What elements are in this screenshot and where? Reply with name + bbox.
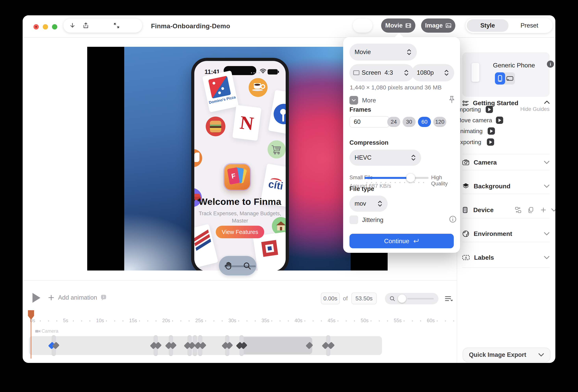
view-features-button[interactable]: View Features xyxy=(216,226,264,238)
ruler-dot xyxy=(205,320,206,321)
pin-icon[interactable] xyxy=(448,96,455,103)
track-list-icon[interactable] xyxy=(445,295,453,302)
zoom-magnifier-icon[interactable] xyxy=(243,262,251,270)
continue-button[interactable]: Continue xyxy=(349,234,454,248)
ruler-tick-55s: 55s xyxy=(394,318,402,323)
duplicate-icon[interactable] xyxy=(528,207,534,213)
chevron-down-icon[interactable] xyxy=(544,184,550,188)
chevron-down-icon[interactable] xyxy=(544,232,550,236)
preset-tab-label: Preset xyxy=(521,22,538,29)
image-export-button[interactable]: Image xyxy=(421,18,455,33)
ruler-tick-30s: 30s xyxy=(228,318,236,323)
timeline-divider xyxy=(23,280,457,280)
ruler-dot xyxy=(445,320,446,321)
section-label: Background xyxy=(474,183,510,190)
device-summary-card: Generic Phone i xyxy=(462,52,550,97)
section-divider xyxy=(462,194,550,194)
tab-preset[interactable]: Preset xyxy=(509,19,550,32)
landscape-toggle[interactable] xyxy=(506,75,514,82)
ruler-tick-20s: 20s xyxy=(162,318,170,323)
timeline-zoom-slider[interactable] xyxy=(385,293,438,304)
device-info-badge[interactable]: i xyxy=(547,61,554,68)
ruler-tick-35s: 35s xyxy=(261,318,269,323)
aspect-value: 4:3 xyxy=(385,69,393,76)
more-label: More xyxy=(362,97,376,104)
titlebar-tool-group xyxy=(63,18,142,33)
format-select[interactable]: Movie xyxy=(349,44,417,61)
frame-option-24[interactable]: 24 xyxy=(387,117,400,127)
resolution-select[interactable]: 1080p xyxy=(412,64,454,81)
phone-mockup[interactable]: 11:41 Domino's Pizza xyxy=(191,58,289,271)
frame-option-120[interactable]: 120 xyxy=(433,117,446,127)
add-device-icon[interactable] xyxy=(540,207,547,213)
cart-icon xyxy=(268,140,286,158)
frame-option-30[interactable]: 30 xyxy=(403,117,416,127)
orientation-toggle xyxy=(495,72,515,84)
toolbar-spare-button[interactable] xyxy=(353,18,373,33)
portrait-toggle[interactable] xyxy=(495,72,505,84)
quick-image-export-button[interactable]: Quick Image Export xyxy=(463,348,550,362)
zoom-button[interactable] xyxy=(52,24,57,30)
sidebar-section-device[interactable]: Device xyxy=(462,206,550,214)
chevron-down-icon[interactable] xyxy=(544,256,550,260)
expand-icon[interactable] xyxy=(112,21,121,30)
close-button[interactable] xyxy=(34,24,39,30)
animation-clip[interactable] xyxy=(240,337,312,354)
add-animation-button[interactable]: Add animation i xyxy=(48,294,106,301)
compression-label: Compression xyxy=(349,139,388,146)
ruler-dot xyxy=(114,320,115,321)
guide-video-play-button[interactable] xyxy=(488,127,495,135)
chevron-down-icon[interactable] xyxy=(544,160,550,164)
3d-canvas[interactable]: 11:41 Domino's Pizza xyxy=(87,47,388,271)
ruler-dot xyxy=(337,320,338,321)
screen-aspect-select[interactable]: Screen 4:3 xyxy=(349,64,414,81)
total-time-field[interactable]: 53.50s xyxy=(351,293,377,304)
zoom-slider-knob[interactable] xyxy=(398,294,406,303)
guide-video-play-button[interactable] xyxy=(486,106,493,113)
codec-select[interactable]: HEVC xyxy=(349,150,421,166)
swap-device-icon[interactable] xyxy=(515,207,522,213)
share-icon[interactable] xyxy=(82,21,90,30)
ruler-dot xyxy=(437,320,438,321)
current-time-field[interactable]: 0.00s xyxy=(321,293,340,304)
frames-input[interactable] xyxy=(349,116,389,128)
guide-video-play-button[interactable] xyxy=(487,138,494,146)
sidebar-section-camera[interactable]: Camera xyxy=(462,158,550,167)
movie-export-button[interactable]: Movie xyxy=(381,18,415,33)
getting-started-collapse-icon[interactable] xyxy=(544,100,550,104)
guide-video-play-button[interactable] xyxy=(496,117,503,124)
ruler-tick-15s: 15s xyxy=(129,318,137,323)
ruler-dot xyxy=(379,320,380,321)
battery-icon xyxy=(268,69,278,75)
section-divider xyxy=(462,242,550,242)
ruler-dot xyxy=(40,320,41,321)
labels-icon: A xyxy=(462,254,470,261)
sidebar-section-labels[interactable]: ALabels xyxy=(462,253,550,262)
export-popover: Movie Screen 4:3 1080p 1,440 × 1,080 pix… xyxy=(343,37,460,253)
ruler-dot xyxy=(255,320,256,321)
tab-style[interactable]: Style xyxy=(467,19,509,32)
minimize-button[interactable] xyxy=(43,24,48,30)
hide-guides-link[interactable]: Hide Guides xyxy=(520,106,550,112)
phone-screen: 11:41 Domino's Pizza xyxy=(194,61,286,271)
pan-hand-icon[interactable] xyxy=(224,261,233,270)
sidebar-section-background[interactable]: Background xyxy=(462,182,550,191)
popover-arrow xyxy=(395,33,403,37)
sidebar-section-environment[interactable]: Environment xyxy=(462,230,550,238)
download-icon[interactable] xyxy=(68,21,77,30)
chevron-down-icon[interactable] xyxy=(551,208,555,212)
play-button[interactable] xyxy=(33,293,40,303)
animation-info-tooltip-icon[interactable]: i xyxy=(100,294,106,301)
add-animation-label: Add animation xyxy=(58,294,97,301)
app-window: Finma-Onboarding-Demo Movie Image Style … xyxy=(23,15,555,363)
ruler-dot xyxy=(346,320,347,321)
jittering-checkbox[interactable] xyxy=(349,215,358,224)
ruler-dot xyxy=(139,320,140,321)
quality-slider[interactable] xyxy=(364,177,429,179)
filetype-select[interactable]: mov xyxy=(349,196,388,212)
ruler-tick-10s: 10s xyxy=(96,318,104,323)
quality-slider-knob[interactable] xyxy=(406,174,415,182)
frame-option-60[interactable]: 60 xyxy=(418,117,431,127)
more-checkbox[interactable] xyxy=(349,96,358,105)
jittering-info-icon[interactable] xyxy=(449,215,457,223)
